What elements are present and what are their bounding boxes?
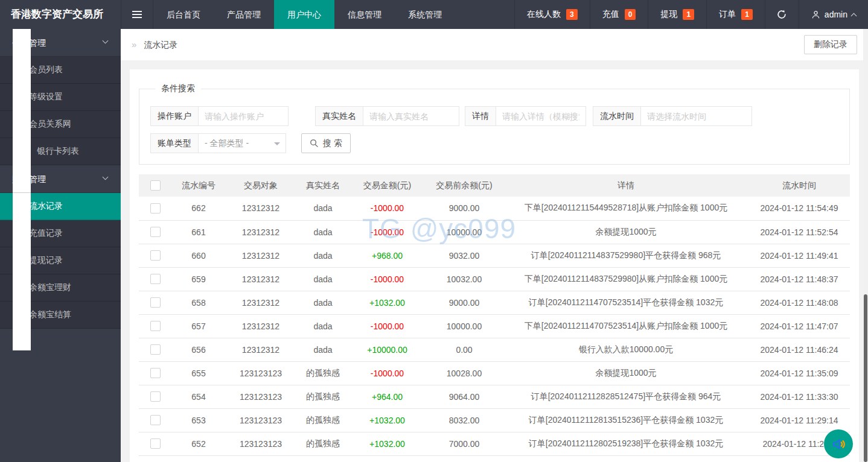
cell-detail: 订单[20240112114837529980]平仓获得金额 968元: [503, 244, 748, 267]
chevron-up-icon: [851, 13, 857, 19]
cell-flow-id: 656: [172, 338, 225, 361]
cell-detail: 订单[20240112112813515236]平仓获得金额 1032元: [503, 408, 748, 432]
cell-amount: +1032.00: [369, 439, 405, 449]
row-checkbox[interactable]: [150, 438, 161, 449]
cell-flow-id: 659: [172, 267, 225, 291]
delete-records-button[interactable]: 删除记录: [804, 35, 857, 54]
cell-target: 123123123: [225, 385, 296, 408]
search-panel: 条件搜索 操作账户 真实姓名: [139, 83, 850, 165]
table-header-cell: 流水时间: [748, 174, 850, 197]
table-header-row: 流水编号 交易对象 真实姓名 交易金额(元) 交易前余额(元) 详情 流水时: [139, 174, 850, 197]
row-checkbox[interactable]: [150, 368, 161, 378]
cell-target: 123123123: [225, 455, 296, 462]
cell-amount: -1000.00: [371, 227, 404, 237]
sidebar-group-label: 财务管理: [12, 174, 46, 184]
cell-time: 2024-01-12 11:48:08: [748, 291, 850, 314]
nav-menu-item[interactable]: 信息管理: [334, 0, 395, 29]
cell-balance: 9000.00: [425, 291, 503, 314]
stat-badge: 3: [566, 9, 578, 20]
nav-menu-item[interactable]: 后台首页: [153, 0, 214, 29]
cell-balance: 10032.00: [425, 267, 503, 291]
sound-button[interactable]: [824, 429, 853, 458]
search-icon: [310, 139, 319, 148]
row-checkbox[interactable]: [150, 274, 161, 284]
brand-title: 香港数字资产交易所: [0, 0, 121, 29]
nav-stat-item[interactable]: 订单 1: [706, 0, 765, 29]
cell-amount: +10000.00: [367, 345, 407, 355]
top-navbar: 香港数字资产交易所 后台首页 产品管理 用户中心 信息管理 系统管理: [0, 0, 868, 29]
real-name-input[interactable]: [363, 106, 459, 126]
sidebar-item-label: 流水记录: [29, 201, 63, 212]
user-name: admin: [825, 10, 847, 19]
refresh-button[interactable]: [765, 0, 799, 29]
cell-balance: 10000.00: [425, 220, 503, 244]
search-panel-legend: 条件搜索: [155, 83, 201, 94]
search-field-group: 操作账户: [150, 106, 289, 126]
table-row: 655 123123123 的孤独感 -1000.00 10028.00 余额提…: [139, 361, 850, 385]
nav-stat-item[interactable]: 提现 1: [648, 0, 706, 29]
table-row: 654 123123123 的孤独感 +964.00 9064.00 订单[20…: [139, 385, 850, 408]
cell-real-name: dada: [296, 267, 349, 291]
row-checkbox[interactable]: [150, 344, 161, 355]
cell-time: 2024-01-12 11:33:30: [748, 385, 850, 408]
table-row: 660 12312312 dada +968.00 9032.00 订单[202…: [139, 244, 850, 267]
field-label: 真实姓名: [315, 106, 363, 126]
scrollbar-thumb[interactable]: [864, 294, 867, 462]
search-button[interactable]: 搜 索: [301, 133, 351, 153]
sidebar-item-label: 会员关系网: [29, 119, 71, 130]
table-row: 662 12312312 dada -1000.00 9000.00 下单[20…: [139, 197, 850, 220]
user-icon: [13, 201, 23, 211]
row-checkbox[interactable]: [150, 297, 161, 308]
sidebar: 会员管理 会员列表 等级设置 会员关系网 银行卡列表 财务管: [0, 29, 121, 462]
row-checkbox[interactable]: [150, 415, 161, 425]
nav-stat-item[interactable]: 在线人数 3: [514, 0, 590, 29]
select-all-checkbox[interactable]: [150, 180, 161, 191]
search-field-group: 详情: [465, 106, 586, 126]
table-row: 656 12312312 dada +10000.00 0.00 银行入款入款1…: [139, 338, 850, 361]
table-row: 658 12312312 dada +1032.00 9000.00 订单[20…: [139, 291, 850, 314]
scrollbar-track[interactable]: [863, 29, 868, 462]
bill-type-select[interactable]: - 全部类型 -: [198, 133, 286, 153]
cell-real-name: dada: [296, 197, 349, 220]
nav-menu-item[interactable]: 用户中心: [274, 0, 334, 29]
row-checkbox[interactable]: [150, 227, 161, 237]
nav-stat-item[interactable]: 充值 0: [590, 0, 648, 29]
cell-flow-id: 660: [172, 244, 225, 267]
sidebar-toggle-button[interactable]: [121, 0, 153, 29]
table-row: 657 12312312 dada -1000.00 10000.00 下单[2…: [139, 314, 850, 338]
row-checkbox[interactable]: [150, 203, 161, 214]
cell-real-name: 的孤独感: [296, 432, 349, 455]
row-checkbox[interactable]: [150, 321, 161, 331]
cell-detail: 订单[20240112112802519238]平仓获得金额 1032元: [503, 432, 748, 455]
breadcrumb-arrow-icon: »: [132, 39, 136, 49]
cell-detail: 下单[20240112112828512475]从账户扣除金额 1000元: [503, 455, 748, 462]
sidebar-group-finance[interactable]: 财务管理: [0, 165, 121, 193]
cell-time: 2024-01-12 11:29:14: [748, 408, 850, 432]
flow-time-input[interactable]: [640, 106, 752, 126]
search-row-2: 账单类型 - 全部类型 - 搜 索: [150, 133, 838, 153]
cell-flow-id: 655: [172, 361, 225, 385]
operator-account-input[interactable]: [198, 106, 289, 126]
cell-amount: +1032.00: [369, 298, 405, 308]
nav-menu-item[interactable]: 产品管理: [214, 0, 274, 29]
detail-input[interactable]: [496, 106, 586, 126]
row-checkbox[interactable]: [150, 391, 161, 402]
cell-flow-id: 658: [172, 291, 225, 314]
cell-real-name: dada: [296, 338, 349, 361]
row-checkbox[interactable]: [150, 250, 161, 261]
nav-stat-label: 在线人数: [527, 9, 561, 20]
user-menu[interactable]: admin: [799, 0, 868, 29]
cell-amount: -1000.00: [371, 321, 404, 331]
cell-detail: 订单[20240112114707523514]平仓获得金额 1032元: [503, 291, 748, 314]
cell-target: 12312312: [225, 244, 296, 267]
cell-balance: 9000.00: [425, 197, 503, 220]
cell-balance: 10028.00: [425, 361, 503, 385]
nav-menu-item[interactable]: 系统管理: [395, 0, 455, 29]
table-body: 662 12312312 dada -1000.00 9000.00 下单[20…: [139, 197, 850, 462]
stat-badge: 1: [741, 9, 753, 20]
cell-detail: 余额提现1000元: [503, 220, 748, 244]
bill-type-selected-value: - 全部类型 -: [205, 138, 249, 149]
field-label: 操作账户: [150, 106, 199, 126]
cell-target: 123123123: [225, 432, 296, 455]
sidebar-item[interactable]: 银行卡列表: [0, 138, 121, 165]
